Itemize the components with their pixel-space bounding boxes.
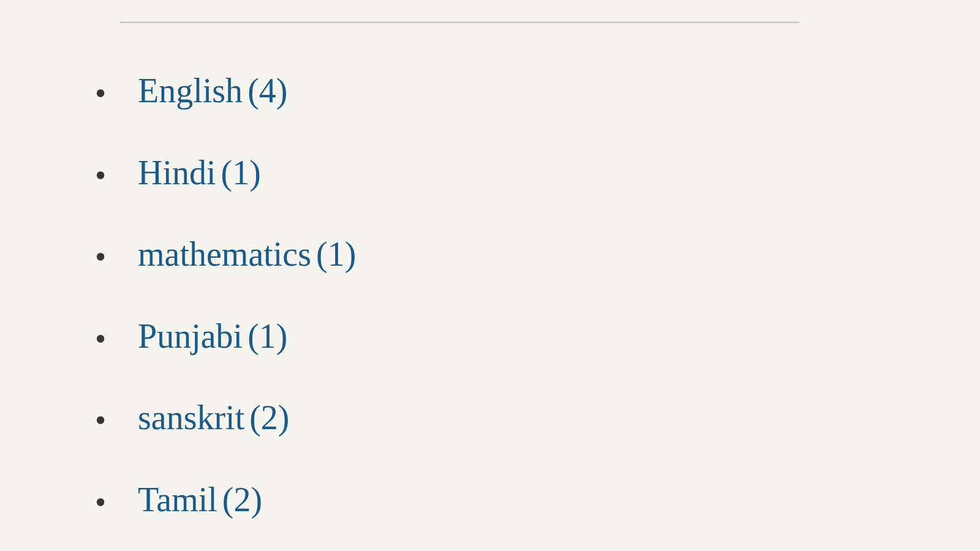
list-item: Tamil(2) — [138, 481, 799, 519]
category-count: (2) — [222, 481, 262, 519]
category-link-hindi[interactable]: Hindi — [138, 154, 216, 192]
category-link-tamil[interactable]: Tamil — [138, 481, 217, 519]
list-item: mathematics(1) — [138, 236, 799, 274]
section-divider — [119, 21, 799, 23]
category-count: (4) — [247, 72, 287, 110]
category-link-english[interactable]: English — [138, 72, 243, 110]
category-count: (1) — [316, 235, 356, 273]
category-count: (2) — [249, 399, 289, 437]
list-item: sanskrit(2) — [138, 399, 799, 437]
sidebar-panel: English(4) Hindi(1) mathematics(1) Punja… — [46, 0, 873, 551]
category-count: (1) — [221, 154, 261, 192]
list-item: Punjabi(1) — [138, 318, 799, 356]
category-list: English(4) Hindi(1) mathematics(1) Punja… — [119, 72, 799, 519]
list-item: Hindi(1) — [138, 154, 799, 192]
category-link-sanskrit[interactable]: sanskrit — [138, 399, 244, 437]
category-link-punjabi[interactable]: Punjabi — [138, 317, 243, 355]
list-item: English(4) — [138, 72, 799, 110]
category-link-mathematics[interactable]: mathematics — [138, 235, 311, 273]
category-count: (1) — [247, 317, 287, 355]
